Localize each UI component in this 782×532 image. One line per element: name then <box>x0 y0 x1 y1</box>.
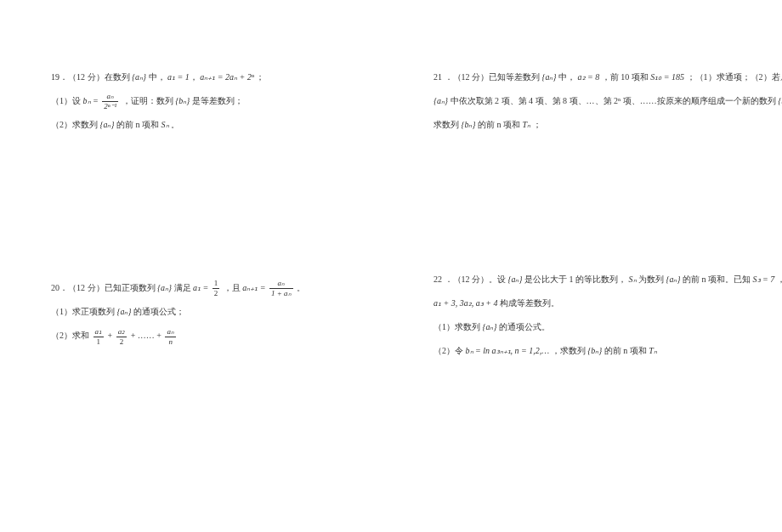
text: ，且 <box>777 274 782 284</box>
denominator: 2 <box>116 337 128 346</box>
denominator: 1 + aₙ <box>269 289 293 297</box>
text: 。 <box>297 283 305 292</box>
numerator: a₁ <box>94 328 105 337</box>
text: ；（1）求通项；（2）若从数列 <box>687 72 783 82</box>
text: （2）求数列 <box>51 120 98 129</box>
text: 的通项公式。 <box>499 322 550 331</box>
text: 的前 n 项和。已知 <box>683 274 751 284</box>
text: {aₙ} <box>157 283 172 292</box>
text: Sₙ <box>162 120 169 129</box>
numerator: aₙ <box>165 328 176 337</box>
text: ，前 10 项和 <box>602 72 649 82</box>
fraction: aₙ 2ⁿ⁻¹ <box>102 93 118 110</box>
text: {aₙ} <box>100 120 115 129</box>
text: ； <box>533 120 541 129</box>
p19-line2: （1）设 bₙ = aₙ 2ⁿ⁻¹ ，证明：数列 {bₙ} 是等差数列； <box>51 92 357 110</box>
text: 。 <box>171 120 179 129</box>
text: {aₙ} <box>117 307 132 316</box>
numerator: aₙ <box>269 280 293 289</box>
text: bₙ = <box>83 96 99 105</box>
text: 中， <box>558 72 575 82</box>
text: 是等差数列； <box>192 96 243 105</box>
denominator: 2ⁿ⁻¹ <box>102 102 118 110</box>
problem-20: 20．（12 分）已知正项数列 {aₙ} 满足 a₁ = 1 2 ，且 aₙ₊₁… <box>51 279 357 345</box>
denominator: 2 <box>212 289 220 297</box>
fraction: aₙ 1 + aₙ <box>269 280 293 297</box>
denominator: n <box>165 337 176 346</box>
p19-line1: 19．（12 分）在数列 {aₙ} 中， a₁ = 1， aₙ₊₁ = 2aₙ … <box>51 68 357 87</box>
text: {bₙ} <box>175 96 190 105</box>
p21-line3: 求数列 {bₙ} 的前 n 项和 Tₙ ； <box>434 116 740 134</box>
text: 中， <box>149 72 166 82</box>
text: + <box>108 331 115 340</box>
text: ，证明：数列 <box>122 96 173 105</box>
text: 满足 <box>174 283 191 292</box>
text: 中依次取第 2 项、第 4 项、第 8 项、…、第 2ⁿ 项、……按原来的顺序组… <box>450 96 776 105</box>
text: 的通项公式； <box>133 307 184 316</box>
text: 的前 n 项和 <box>604 346 647 355</box>
text: （2）求和 <box>51 331 89 340</box>
p22-line3: （1）求数列 {aₙ} 的通项公式。 <box>434 318 740 337</box>
text: （2）令 <box>434 346 463 355</box>
numerator: 1 <box>212 280 220 289</box>
text: {bₙ} <box>462 120 476 129</box>
p22-line4: （2）令 bₙ = ln a₃ₙ₊₁, n = 1,2,… ，求数列 {bₙ} … <box>434 342 740 360</box>
text: bₙ = ln a₃ₙ₊₁, n = 1,2,… <box>466 346 550 355</box>
right-column: 21 ．（12 分）已知等差数列 {aₙ} 中， a₂ = 8 ，前 10 项和… <box>391 0 782 532</box>
text: 21 ．（12 分）已知等差数列 <box>434 72 540 82</box>
left-column: 19．（12 分）在数列 {aₙ} 中， a₁ = 1， aₙ₊₁ = 2aₙ … <box>0 0 391 532</box>
text: {aₙ} <box>132 72 146 82</box>
p22-line1: 22 ．（12 分）。设 {aₙ} 是公比大于 1 的等比数列， Sₙ 为数列 … <box>434 270 740 289</box>
text: {bₙ} <box>587 346 602 355</box>
fraction: a₂ 2 <box>116 328 128 346</box>
text: 是公比大于 1 的等比数列， <box>524 274 626 284</box>
text: Sₙ <box>629 274 637 284</box>
text: {aₙ} <box>483 322 497 331</box>
numerator: a₂ <box>116 328 128 337</box>
text: ，且 <box>224 283 241 292</box>
text: 22 ．（12 分）。设 <box>434 274 506 284</box>
text: 求数列 <box>434 120 459 129</box>
text: a₁ = <box>193 283 208 292</box>
text: 的前 n 项和 <box>478 120 520 129</box>
fraction: aₙ n <box>165 328 176 346</box>
text: {aₙ} <box>508 274 523 284</box>
p21-line2: {aₙ} 中依次取第 2 项、第 4 项、第 8 项、…、第 2ⁿ 项、……按原… <box>434 92 740 110</box>
text: aₙ₊₁ = <box>242 283 265 292</box>
text: a₁ = 1 <box>167 72 190 82</box>
text: {aₙ} <box>434 96 448 105</box>
text: ，求数列 <box>552 346 586 355</box>
fraction: 1 2 <box>212 280 220 297</box>
text: 19．（12 分）在数列 <box>51 72 130 82</box>
text: （1）设 <box>51 96 81 105</box>
text: 20．（12 分）已知正项数列 <box>51 283 156 292</box>
p20-line1: 20．（12 分）已知正项数列 {aₙ} 满足 a₁ = 1 2 ，且 aₙ₊₁… <box>51 279 357 297</box>
text: （1）求数列 <box>434 322 480 331</box>
text: aₙ₊₁ = 2aₙ + 2ⁿ <box>200 72 254 82</box>
p21-line1: 21 ．（12 分）已知等差数列 {aₙ} 中， a₂ = 8 ，前 10 项和… <box>434 68 740 87</box>
fraction: a₁ 1 <box>94 328 105 346</box>
problem-19: 19．（12 分）在数列 {aₙ} 中， a₁ = 1， aₙ₊₁ = 2aₙ … <box>51 68 357 134</box>
text: S₃ = 7 <box>753 274 775 284</box>
text: a₂ = 8 <box>578 72 600 82</box>
text: {aₙ} <box>542 72 557 82</box>
text: + …… + <box>131 331 164 340</box>
text: 为数列 <box>638 274 664 284</box>
numerator: aₙ <box>102 93 118 102</box>
problem-21: 21 ．（12 分）已知等差数列 {aₙ} 中， a₂ = 8 ，前 10 项和… <box>434 68 740 134</box>
text: （1）求正项数列 <box>51 307 115 316</box>
text: ； <box>256 72 264 82</box>
text: a₁ + 3, 3a₂, a₃ + 4 <box>434 298 498 308</box>
problem-22: 22 ．（12 分）。设 {aₙ} 是公比大于 1 的等比数列， Sₙ 为数列 … <box>434 270 740 360</box>
p19-line3: （2）求数列 {aₙ} 的前 n 项和 Sₙ 。 <box>51 116 357 134</box>
text: Tₙ <box>649 346 657 355</box>
p20-line2: （1）求正项数列 {aₙ} 的通项公式； <box>51 303 357 321</box>
p22-line2: a₁ + 3, 3a₂, a₃ + 4 构成等差数列。 <box>434 294 740 313</box>
p20-line3: （2）求和 a₁ 1 + a₂ 2 + …… + aₙ n <box>51 326 357 345</box>
text: Tₙ <box>523 120 531 129</box>
exam-page: 19．（12 分）在数列 {aₙ} 中， a₁ = 1， aₙ₊₁ = 2aₙ … <box>0 0 782 532</box>
text: S₁₀ = 185 <box>650 72 684 82</box>
text: {bₙ} <box>778 96 782 105</box>
denominator: 1 <box>94 337 105 346</box>
text: 构成等差数列。 <box>500 298 559 308</box>
